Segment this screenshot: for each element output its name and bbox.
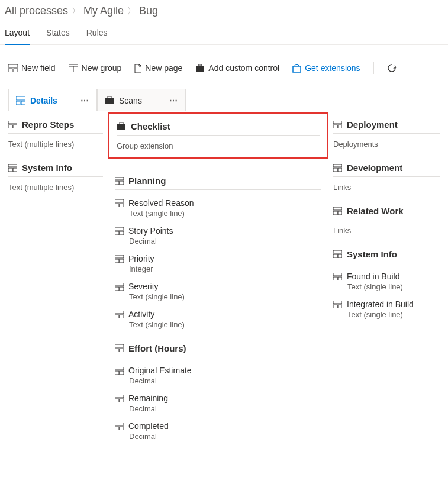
field-item[interactable]: Story PointsDecimal (115, 226, 321, 246)
field-item[interactable]: CompletedDecimal (115, 421, 321, 441)
group-icon (333, 164, 342, 172)
page-tab-scans-label: Scans (119, 96, 142, 105)
group-related-work[interactable]: Related Work Links (333, 206, 440, 235)
refresh-button[interactable] (387, 63, 397, 73)
svg-rect-14 (8, 121, 17, 124)
svg-rect-37 (115, 311, 124, 314)
breadcrumb-root[interactable]: All processes (5, 5, 68, 17)
page-tab-scans-menu[interactable]: ⋯ (169, 96, 178, 105)
field-icon (115, 395, 124, 402)
group-related-work-title: Related Work (347, 206, 404, 216)
page-tab-details-label: Details (30, 96, 57, 105)
group-icon (69, 64, 78, 72)
field-item[interactable]: RemainingDecimal (115, 394, 321, 413)
svg-rect-61 (333, 250, 342, 253)
field-item[interactable]: Original EstimateDecimal (115, 366, 321, 385)
field-item[interactable]: Integrated in BuildText (single line) (333, 299, 440, 319)
field-label: Completed (128, 421, 169, 431)
page-tab-scans[interactable]: Scans ⋯ (97, 89, 186, 111)
field-label: Original Estimate (128, 366, 192, 375)
svg-rect-31 (115, 255, 124, 258)
svg-rect-63 (338, 254, 342, 258)
svg-rect-33 (120, 259, 124, 263)
chevron-right-icon: 〉 (72, 6, 80, 17)
breadcrumb: All processes 〉 My Agile 〉 Bug (0, 0, 448, 22)
svg-rect-22 (115, 177, 124, 180)
group-repro-steps-title: Repro Steps (22, 120, 74, 130)
get-extensions-label: Get extensions (305, 63, 360, 73)
svg-rect-58 (333, 207, 342, 210)
field-item[interactable]: SeverityText (single line) (115, 282, 321, 301)
field-type: Decimal (115, 432, 321, 441)
svg-rect-24 (120, 181, 124, 185)
svg-rect-10 (16, 101, 20, 105)
group-development-sub: Links (333, 177, 440, 192)
new-page-button[interactable]: New page (134, 63, 182, 73)
group-system-info-left[interactable]: System Info Text (multiple lines) (8, 163, 103, 192)
svg-rect-30 (120, 231, 124, 235)
svg-rect-55 (333, 164, 342, 167)
field-type: Text (single line) (333, 310, 440, 319)
tab-layout[interactable]: Layout (5, 22, 30, 44)
group-planning-title: Planning (128, 176, 166, 186)
new-field-button[interactable]: New field (8, 63, 56, 73)
group-repro-steps[interactable]: Repro Steps Text (multiple lines) (8, 120, 103, 149)
group-development[interactable]: Development Links (333, 163, 440, 192)
group-system-info-left-type: Text (multiple lines) (8, 177, 103, 192)
svg-rect-50 (115, 427, 119, 430)
svg-rect-25 (115, 199, 124, 202)
group-effort[interactable]: Effort (Hours) Original EstimateDecimalR… (115, 343, 321, 441)
svg-rect-18 (8, 168, 12, 172)
field-type: Decimal (115, 237, 321, 246)
right-column: Deployment Deployments Development Links… (333, 120, 440, 441)
field-type: Integer (115, 265, 321, 273)
svg-rect-35 (115, 287, 119, 291)
toolbar: New field New group New page Add custom … (0, 56, 448, 80)
group-planning[interactable]: Planning Resolved ReasonText (single lin… (115, 176, 321, 329)
add-custom-control-button[interactable]: Add custom control (195, 63, 279, 73)
chevron-right-icon: 〉 (127, 6, 136, 17)
field-item[interactable]: PriorityInteger (115, 254, 321, 273)
group-related-work-sub: Links (333, 220, 440, 235)
svg-rect-39 (120, 315, 124, 318)
field-label: Activity (128, 309, 154, 319)
field-icon (115, 367, 124, 375)
svg-rect-57 (338, 168, 342, 172)
group-checklist[interactable]: Checklist Group extension (117, 121, 320, 150)
svg-rect-27 (120, 204, 124, 207)
breadcrumb-workitem[interactable]: Bug (139, 5, 158, 17)
tab-states[interactable]: States (46, 22, 70, 44)
group-icon (333, 207, 342, 215)
page-icon (134, 64, 141, 73)
field-item[interactable]: Resolved ReasonText (single line) (115, 198, 321, 218)
svg-rect-59 (333, 211, 337, 215)
group-system-info-left-title: System Info (22, 163, 72, 173)
layout-icon (16, 96, 25, 105)
group-deployment-sub: Deployments (333, 134, 440, 149)
svg-rect-60 (338, 211, 342, 215)
svg-rect-42 (120, 349, 124, 352)
breadcrumb-process[interactable]: My Agile (83, 5, 124, 17)
svg-rect-64 (333, 273, 342, 276)
briefcase-icon (117, 122, 126, 130)
field-item[interactable]: Found in BuildText (single line) (333, 272, 440, 291)
page-tab-details[interactable]: Details ⋯ (8, 89, 97, 111)
highlighted-group: Checklist Group extension (108, 112, 328, 159)
field-icon (115, 227, 124, 235)
svg-rect-66 (338, 277, 342, 280)
tab-rules[interactable]: Rules (86, 22, 108, 44)
get-extensions-button[interactable]: Get extensions (292, 63, 360, 73)
new-group-button[interactable]: New group (69, 63, 122, 73)
page-tab-details-menu[interactable]: ⋯ (80, 96, 89, 105)
briefcase-icon (105, 96, 114, 104)
field-item[interactable]: ActivityText (single line) (115, 309, 321, 329)
group-deployment-title: Deployment (347, 120, 398, 130)
group-deployment[interactable]: Deployment Deployments (333, 120, 440, 149)
svg-rect-65 (333, 277, 337, 280)
svg-rect-44 (115, 371, 119, 375)
group-system-info-right[interactable]: System Info Found in BuildText (single l… (333, 249, 440, 319)
field-icon (115, 199, 124, 207)
svg-rect-29 (115, 231, 119, 235)
top-tabbar: Layout States Rules (0, 22, 448, 45)
field-label: Resolved Reason (128, 198, 194, 208)
